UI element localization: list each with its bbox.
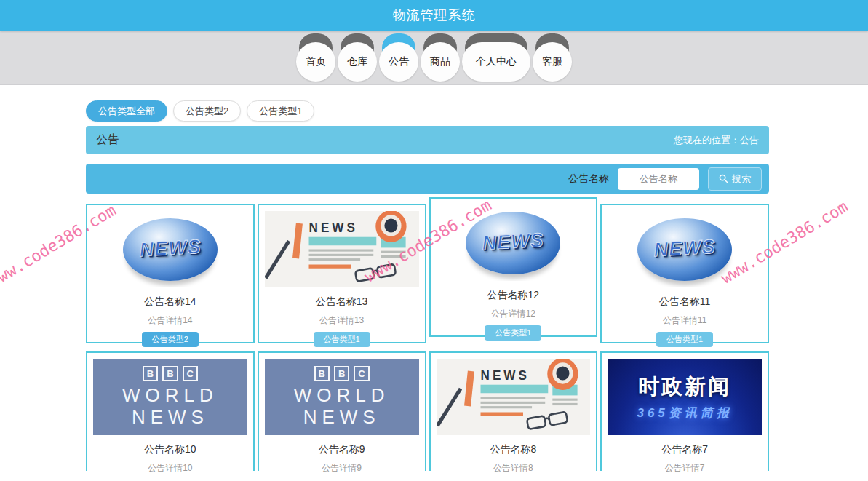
announcement-image-slot: NEWS <box>87 211 253 287</box>
section-header: 公告 您现在的位置：公告 <box>86 126 769 154</box>
announcement-detail: 公告详情14 <box>87 314 253 327</box>
announcement-grid-row-1: NEWS 公告名称14 公告详情14 公告类型2 NEWS 公告名称13 公告详… <box>86 204 769 343</box>
announcement-type-badge: 公告类型2 <box>142 332 199 347</box>
filter-type-1[interactable]: 公告类型1 <box>247 100 314 122</box>
page-content: 公告类型全部 公告类型2 公告类型1 公告 您现在的位置：公告 公告名称 搜索 … <box>86 100 769 471</box>
announcement-title: 公告名称14 <box>87 295 253 309</box>
main-nav: 首页 仓库 公告 商品 个人中心 客服 <box>0 31 868 85</box>
announcement-title: 公告名称13 <box>259 295 425 309</box>
announcement-grid-row-2: BBCWORLDNEWS 公告名称10 公告详情10 BBCWORLDNEWS … <box>86 351 769 471</box>
page-title: 公告 <box>96 132 119 148</box>
announcement-type-badge: 公告类型1 <box>485 325 541 341</box>
breadcrumb: 您现在的位置：公告 <box>674 134 759 147</box>
nav-item-home[interactable]: 首页 <box>296 33 335 82</box>
nav-item-label: 商品 <box>421 42 460 82</box>
announcement-detail: 公告详情11 <box>602 314 768 327</box>
news-illustration-image: NEWS <box>265 211 419 287</box>
announcement-card[interactable]: NEWS 公告名称14 公告详情14 公告类型2 <box>86 204 255 343</box>
search-icon <box>719 174 728 183</box>
news-globe-image: NEWS <box>87 211 253 287</box>
announcement-image-slot: BBCWORLDNEWS <box>259 359 425 435</box>
nav-item-label: 个人中心 <box>462 42 530 82</box>
search-button-label: 搜索 <box>732 172 751 186</box>
news-globe-image: NEWS <box>602 211 768 287</box>
announcement-title: 公告名称8 <box>431 443 597 456</box>
announcement-image-slot: NEWS <box>431 359 597 435</box>
announcement-type-badge: 公告类型1 <box>656 332 713 347</box>
app-title: 物流管理系统 <box>393 7 476 24</box>
announcement-card[interactable]: NEWS 公告名称12 公告详情12 公告类型1 <box>429 197 598 337</box>
nav-item-personal-center[interactable]: 个人中心 <box>462 33 530 82</box>
announcement-image-slot: NEWS <box>259 211 425 287</box>
nav-item-products[interactable]: 商品 <box>421 33 460 82</box>
announcement-title: 公告名称10 <box>87 443 253 456</box>
announcement-type-filters: 公告类型全部 公告类型2 公告类型1 <box>86 100 769 122</box>
announcement-detail: 公告详情13 <box>259 314 425 327</box>
announcement-card[interactable]: NEWS 公告名称13 公告详情13 公告类型1 <box>258 204 426 343</box>
nav-item-label: 首页 <box>296 42 335 82</box>
app-header: 物流管理系统 <box>0 0 868 31</box>
nav-item-warehouse[interactable]: 仓库 <box>338 33 377 82</box>
search-bar: 公告名称 搜索 <box>86 164 769 194</box>
svg-text:NEWS: NEWS <box>308 220 358 235</box>
bbc-world-news-image: BBCWORLDNEWS <box>93 359 247 435</box>
news-globe-image: NEWS <box>431 204 597 281</box>
announcement-detail: 公告详情12 <box>431 308 597 320</box>
bbc-world-news-image: BBCWORLDNEWS <box>265 359 419 435</box>
nav-item-label: 客服 <box>533 42 572 82</box>
nav-item-label: 公告 <box>379 42 418 82</box>
announcement-image-slot: NEWS <box>602 211 768 287</box>
announcement-image-slot: BBCWORLDNEWS <box>87 359 253 435</box>
announcement-title: 公告名称9 <box>259 443 425 456</box>
announcement-title: 公告名称11 <box>602 295 768 309</box>
announcement-title: 公告名称12 <box>431 289 597 302</box>
announcement-card[interactable]: 时政新闻365资讯简报 公告名称7 公告详情7 <box>600 351 769 471</box>
announcement-card[interactable]: NEWS 公告名称11 公告详情11 公告类型1 <box>600 204 769 343</box>
announcement-title: 公告名称7 <box>602 443 768 456</box>
filter-type-2[interactable]: 公告类型2 <box>173 100 241 122</box>
announcement-type-badge: 公告类型1 <box>314 332 370 347</box>
announcement-card[interactable]: BBCWORLDNEWS 公告名称9 公告详情9 <box>258 351 426 471</box>
announcement-card[interactable]: NEWS 公告名称8 公告详情8 <box>429 351 598 471</box>
announcement-detail: 公告详情8 <box>431 462 597 474</box>
nav-item-label: 仓库 <box>338 42 377 82</box>
announcement-image-slot: NEWS <box>431 204 597 281</box>
search-button[interactable]: 搜索 <box>708 167 762 191</box>
announcement-detail: 公告详情10 <box>87 462 253 474</box>
svg-text:NEWS: NEWS <box>480 368 530 383</box>
search-input[interactable] <box>618 168 699 190</box>
news-illustration-image: NEWS <box>437 359 591 435</box>
announcement-image-slot: 时政新闻365资讯简报 <box>602 359 768 435</box>
nav-item-customer-service[interactable]: 客服 <box>533 33 572 82</box>
announcement-detail: 公告详情7 <box>602 462 768 474</box>
nav-item-announcements[interactable]: 公告 <box>379 33 418 82</box>
politics-news-image: 时政新闻365资讯简报 <box>608 359 762 435</box>
search-field-label: 公告名称 <box>568 172 609 186</box>
filter-type-all[interactable]: 公告类型全部 <box>86 100 167 122</box>
announcement-detail: 公告详情9 <box>259 462 425 474</box>
announcement-card[interactable]: BBCWORLDNEWS 公告名称10 公告详情10 <box>86 351 255 471</box>
